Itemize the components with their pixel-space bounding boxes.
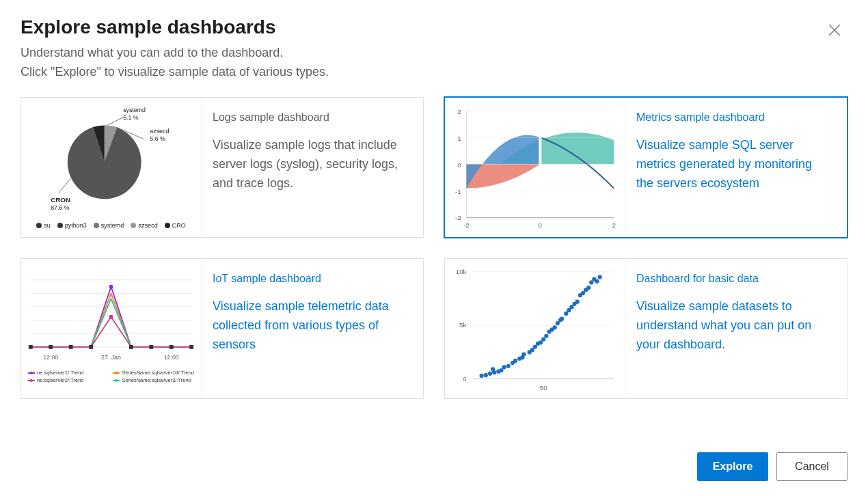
svg-rect-19 [539, 135, 541, 167]
svg-text:2: 2 [612, 221, 616, 229]
thumb-metrics: 2 1 0 -1 -2 -2 0 2 [445, 98, 625, 237]
svg-text:5.6 %: 5.6 % [150, 135, 165, 142]
card-title: IoT sample dashboard [213, 273, 408, 285]
svg-text:12:00: 12:00 [164, 354, 179, 361]
svg-point-83 [581, 291, 585, 295]
svg-text:-2: -2 [463, 221, 470, 229]
card-description: Visualize sample telemetric data collect… [213, 297, 408, 355]
svg-text:0: 0 [457, 161, 461, 169]
card-iot[interactable]: 12:00 27. Jan 12:00 ne:sqlserver1/:Trend… [21, 258, 424, 399]
svg-rect-37 [189, 345, 193, 349]
svg-text:0: 0 [539, 221, 543, 229]
subtitle-line1: Understand what you can add to the dashb… [21, 44, 847, 63]
scatter-chart-icon: 10k 5k 0 50 [448, 262, 622, 396]
svg-rect-30 [29, 345, 33, 349]
svg-point-86 [589, 280, 593, 284]
svg-point-77 [564, 311, 568, 315]
svg-text:1: 1 [457, 135, 461, 142]
svg-point-68 [539, 340, 543, 344]
svg-text:2: 2 [457, 107, 461, 115]
svg-text:27. Jan: 27. Jan [101, 354, 121, 361]
svg-rect-35 [149, 345, 153, 349]
svg-text:CRON: CRON [51, 197, 70, 204]
svg-text:50: 50 [540, 384, 547, 391]
svg-text:-2: -2 [455, 213, 461, 221]
subtitle-line2: Click "Explore" to visualize sample data… [21, 63, 847, 82]
line-legend: ne:sqlserver1/:Trend SeriesName:sqlserve… [24, 370, 198, 383]
svg-point-74 [556, 321, 560, 325]
close-icon [828, 24, 841, 36]
dialog-subtitle: Understand what you can add to the dashb… [21, 44, 847, 82]
svg-point-38 [109, 285, 113, 289]
svg-text:5.1 %: 5.1 % [123, 114, 139, 121]
svg-point-50 [479, 373, 483, 377]
svg-point-70 [544, 333, 548, 337]
svg-point-56 [499, 368, 503, 372]
svg-point-55 [491, 367, 495, 371]
dialog-title: Explore sample dashboards [21, 16, 847, 38]
svg-line-2 [107, 117, 124, 126]
svg-point-69 [541, 337, 545, 341]
svg-text:10k: 10k [456, 267, 467, 275]
dialog-footer: Explore Cancel [697, 452, 847, 481]
cancel-button[interactable]: Cancel [776, 452, 847, 481]
svg-point-81 [575, 299, 580, 303]
card-title: Metrics sample dashboard [636, 111, 832, 124]
svg-point-79 [569, 305, 573, 309]
svg-point-60 [513, 359, 517, 363]
svg-point-89 [597, 275, 601, 279]
svg-point-58 [506, 363, 511, 368]
pie-chart-icon: CRON 87.6 % azsecd 5.6 % systemd 5.1 % [24, 105, 198, 219]
card-basic[interactable]: 10k 5k 0 50 Dashboard for basic data Vis… [444, 258, 847, 399]
svg-point-63 [521, 352, 526, 356]
svg-text:12:00: 12:00 [43, 354, 58, 361]
svg-point-51 [484, 373, 488, 377]
thumb-basic: 10k 5k 0 50 [445, 259, 625, 398]
svg-point-73 [553, 325, 557, 329]
area-chart-icon: 2 1 0 -1 -2 -2 0 2 [448, 104, 622, 231]
svg-line-0 [59, 178, 71, 193]
svg-rect-32 [69, 345, 73, 349]
svg-rect-36 [169, 345, 174, 349]
sample-dashboards-dialog: Explore sample dashboards Understand wha… [0, 0, 868, 496]
thumb-logs: CRON 87.6 % azsecd 5.6 % systemd 5.1 % s… [21, 98, 202, 237]
svg-rect-34 [129, 345, 133, 349]
card-metrics[interactable]: 2 1 0 -1 -2 -2 0 2 [444, 97, 847, 238]
svg-text:87.6 %: 87.6 % [51, 204, 70, 211]
dashboard-card-grid: CRON 87.6 % azsecd 5.6 % systemd 5.1 % s… [21, 97, 847, 399]
svg-point-76 [560, 316, 564, 320]
pie-legend: su python3 systemd azsecd CRO [24, 222, 198, 229]
svg-text:systemd: systemd [123, 107, 146, 113]
svg-point-39 [109, 315, 113, 319]
close-button[interactable] [828, 20, 847, 40]
svg-point-88 [595, 279, 599, 283]
svg-point-78 [567, 308, 571, 312]
svg-text:-1: -1 [455, 188, 461, 195]
svg-point-66 [533, 344, 537, 348]
svg-text:5k: 5k [459, 321, 466, 329]
card-description: Visualize sample SQL server metrics gene… [636, 136, 832, 193]
svg-text:0: 0 [463, 374, 467, 382]
svg-point-57 [502, 365, 506, 369]
svg-rect-31 [49, 345, 53, 349]
card-title: Logs sample dashboard [213, 111, 408, 124]
thumb-iot: 12:00 27. Jan 12:00 ne:sqlserver1/:Trend… [21, 259, 202, 398]
svg-point-65 [530, 348, 534, 352]
explore-button[interactable]: Explore [697, 452, 768, 481]
card-description: Visualize sample logs that include serve… [213, 136, 408, 193]
card-description: Visualize sample datasets to understand … [636, 297, 832, 355]
svg-rect-33 [89, 345, 93, 349]
card-title: Dashboard for basic data [636, 273, 832, 285]
svg-text:azsecd: azsecd [150, 128, 169, 135]
svg-point-52 [488, 371, 492, 375]
card-logs[interactable]: CRON 87.6 % azsecd 5.6 % systemd 5.1 % s… [21, 97, 424, 238]
line-chart-icon: 12:00 27. Jan 12:00 [24, 273, 198, 367]
svg-point-85 [586, 286, 591, 290]
